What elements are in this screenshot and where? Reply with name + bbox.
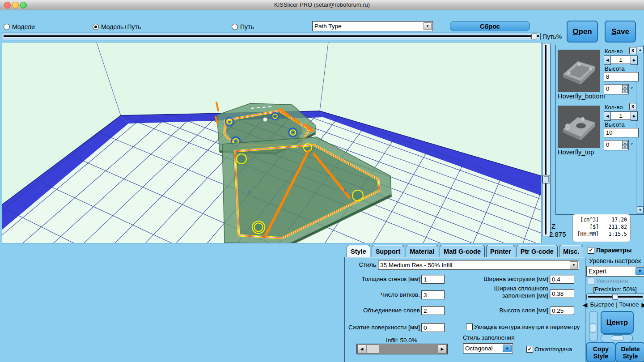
precision-slider[interactable] xyxy=(586,294,644,300)
style-label: Стиль xyxy=(345,261,376,268)
height-field[interactable]: 10 xyxy=(604,128,639,137)
destring-checkbox[interactable] xyxy=(526,346,533,353)
3d-scene[interactable] xyxy=(2,43,541,243)
layer-height-field[interactable]: 0.25 xyxy=(550,306,574,315)
radio-path[interactable]: Путь xyxy=(232,23,254,30)
seam-checkbox[interactable] xyxy=(466,324,473,330)
scroll-down-icon[interactable]: ▼ xyxy=(637,206,644,213)
save-button[interactable]: Save xyxy=(605,21,636,43)
rotation-value[interactable]: 0 xyxy=(606,85,609,92)
tab-material[interactable]: Material xyxy=(406,245,438,257)
faster-arrow-icon[interactable]: ◀ xyxy=(583,301,587,308)
radio-models-dot[interactable] xyxy=(4,24,10,30)
pan-horizontal-handle[interactable] xyxy=(612,335,623,341)
height-field[interactable]: 8 xyxy=(604,72,639,81)
skin-shrink-label: Сжатие поверхности [мм] xyxy=(345,324,420,331)
z-layer-slider[interactable] xyxy=(542,43,551,236)
tab-matl-gcode[interactable]: Matl G-code xyxy=(440,245,485,257)
style-preset-dropdown[interactable]: 35 Medium Res - 50% Infill xyxy=(378,260,579,270)
count-label: Кол-во xyxy=(605,104,623,111)
radio-models-label: Модели xyxy=(12,23,35,30)
rotation-stepper[interactable]: 0 ▲▼ xyxy=(604,84,629,94)
center-button[interactable]: Центр xyxy=(601,311,634,334)
path-percent-slider-handle[interactable] xyxy=(531,34,537,39)
model-name: Hoverfly_top xyxy=(558,149,594,156)
rotation-stepper[interactable]: 0 ▲▼ xyxy=(604,140,629,150)
open-button[interactable]: Open xyxy=(567,21,598,43)
wall-thickness-field[interactable]: 1 xyxy=(421,275,445,284)
loops-field[interactable]: 3 xyxy=(421,290,445,299)
precision-label: [Precision: 50%] xyxy=(586,286,644,293)
chevron-down-icon[interactable] xyxy=(424,22,432,30)
spin-up-icon[interactable]: ▲ xyxy=(622,141,628,145)
z-axis-label: Z xyxy=(551,222,555,230)
skin-shrink-field[interactable]: 0 xyxy=(421,323,445,332)
chevron-down-icon[interactable] xyxy=(570,261,578,268)
layer-join-field[interactable]: 2 xyxy=(421,306,445,315)
path-percent-slider-track[interactable] xyxy=(4,35,539,38)
infill-slider[interactable]: ◀ ▶ xyxy=(356,344,448,354)
finer-arrow-icon[interactable]: ▶ xyxy=(642,301,644,308)
tab-support[interactable]: Support xyxy=(372,245,405,257)
tab-misc[interactable]: Misc. xyxy=(559,245,583,257)
pan-vertical-slider[interactable] xyxy=(589,311,598,341)
radio-model-path-label: Модель+Путь xyxy=(101,23,141,30)
extrusion-width-field[interactable]: 0.4 xyxy=(550,275,574,284)
pan-horizontal-slider[interactable] xyxy=(601,334,633,342)
faster-finer-text: Быстрее | Точнее xyxy=(590,301,639,308)
radio-model-path-dot[interactable] xyxy=(93,24,99,30)
stepper-left-icon[interactable]: ◀ xyxy=(604,111,611,121)
count-value[interactable]: 1 xyxy=(611,55,631,64)
precision-slider-handle[interactable] xyxy=(612,294,618,300)
reset-button[interactable]: Сброс xyxy=(450,21,530,31)
model-thumbnail[interactable] xyxy=(558,106,600,148)
infill-style-dropdown[interactable]: Octagonal xyxy=(463,343,513,353)
stat-time-label: [HH:MM] xyxy=(573,230,599,238)
chevron-down-icon[interactable] xyxy=(636,267,644,275)
stepper-left-icon[interactable]: ◀ xyxy=(604,55,611,65)
radio-model-path[interactable]: Модель+Путь xyxy=(93,23,141,30)
tab-ptr-gcode[interactable]: Ptr G-code xyxy=(517,245,558,257)
path-type-dropdown[interactable]: Path Type xyxy=(312,21,433,31)
spin-up-icon[interactable]: ▲ xyxy=(622,85,628,89)
slider-right-icon[interactable]: ▶ xyxy=(438,345,447,353)
chevron-down-icon[interactable] xyxy=(503,345,512,352)
infill-percent-label: Infill: 50.0% xyxy=(357,337,446,344)
3d-viewport[interactable] xyxy=(2,43,541,243)
count-value[interactable]: 1 xyxy=(611,111,631,120)
window-resize-grip[interactable] xyxy=(637,355,644,362)
stepper-right-icon[interactable]: ▶ xyxy=(631,55,638,65)
infill-slider-thumb[interactable] xyxy=(367,345,379,353)
model-thumbnail[interactable] xyxy=(558,50,600,92)
pan-vertical-handle[interactable] xyxy=(590,323,596,333)
model-name: Hoverfly_bottom xyxy=(558,93,605,100)
slider-left-icon[interactable]: ◀ xyxy=(357,345,366,353)
close-icon[interactable]: X xyxy=(629,103,636,110)
tab-printer[interactable]: Printer xyxy=(486,245,515,257)
path-percent-slider[interactable] xyxy=(2,33,541,40)
settings-level-dropdown[interactable]: Expert xyxy=(586,266,644,277)
copy-style-button[interactable]: Copy Style xyxy=(586,342,616,362)
radio-path-dot[interactable] xyxy=(232,24,238,30)
height-label: Высота xyxy=(605,121,625,128)
spin-down-icon[interactable]: ▼ xyxy=(622,145,628,149)
settings-tab-bar: Style Support Material Matl G-code Print… xyxy=(347,244,585,257)
solid-infill-width-field[interactable]: 0.38 xyxy=(550,289,574,298)
parameters-checkbox[interactable] xyxy=(588,247,594,254)
stepper-right-icon[interactable]: ▶ xyxy=(631,111,638,121)
z-slider-handle[interactable] xyxy=(542,175,550,183)
stat-cost: [$] 211.82 xyxy=(573,223,630,230)
rotation-value[interactable]: 0 xyxy=(606,141,609,148)
close-icon[interactable]: X xyxy=(629,47,636,54)
scroll-up-icon[interactable]: ▲ xyxy=(637,46,644,53)
spin-down-icon[interactable]: ▼ xyxy=(622,89,628,93)
layer-height-label: Высота слоя [мм] xyxy=(454,307,548,314)
radio-path-label: Путь xyxy=(240,23,254,30)
count-stepper[interactable]: ◀1▶ xyxy=(604,55,638,64)
tab-style[interactable]: Style xyxy=(347,245,370,257)
radio-models[interactable]: Модели xyxy=(4,23,35,30)
loops-label: Число витков. xyxy=(345,291,420,298)
z-slider-track[interactable] xyxy=(545,45,547,234)
count-stepper[interactable]: ◀1▶ xyxy=(604,111,638,120)
infill-style-value: Octagonal xyxy=(465,345,493,352)
